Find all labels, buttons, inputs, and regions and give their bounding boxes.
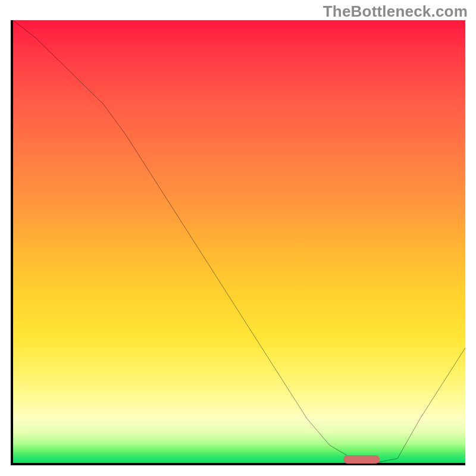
plot-area	[11, 20, 465, 465]
optimal-region-marker	[343, 455, 380, 464]
watermark-text: TheBottleneck.com	[323, 2, 468, 21]
chart-container: TheBottleneck.com	[0, 0, 476, 476]
bottleneck-curve	[13, 20, 465, 463]
